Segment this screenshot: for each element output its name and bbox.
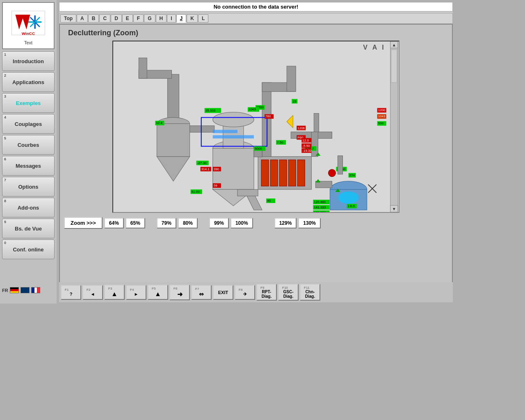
zoom-99[interactable]: 99% [209,218,229,228]
sidebar-item-introduction[interactable]: 1 Introduction [2,51,55,71]
tab-g[interactable]: G [144,14,155,23]
tab-l[interactable]: L [198,14,208,23]
svg-text:165.500: 165.500 [314,211,326,212]
nav-forward-button[interactable]: F6 ➜ [169,285,190,300]
sidebar-item-messages[interactable]: 6 Messages [2,156,55,176]
sidebar-item-applications[interactable]: 2 Applications [2,72,55,92]
logo-text-label: Text [24,40,32,45]
svg-rect-18 [287,66,296,91]
svg-rect-26 [270,160,278,186]
sidebar: WinCC Text 1 Introduction 2 Applications… [0,0,57,304]
svg-rect-28 [288,160,296,186]
tab-a[interactable]: A [77,14,88,23]
flag-british[interactable] [21,287,30,293]
nav-top-button[interactable]: F5 ▲ [148,285,168,300]
zoom-130[interactable]: 130% [298,218,321,228]
content-panel: Decluttering (Zoom) V A I [59,24,453,286]
tab-k[interactable]: K [187,14,198,23]
svg-rect-16 [262,82,271,156]
nav-next-button[interactable]: F4 ► [126,285,146,300]
svg-text:V A I: V A I [363,43,385,51]
nav-gsc-button[interactable]: F10 GSC-Diag. [278,284,299,301]
zoom-64[interactable]: 64% [104,218,124,228]
svg-rect-15 [139,58,147,78]
nav-rpt-button[interactable]: F9 RPT-Diag. [256,284,277,301]
tab-i[interactable]: I [167,14,176,23]
svg-point-33 [328,169,336,177]
tab-j[interactable]: J [176,14,187,23]
process-diagram: V A I [113,41,399,212]
svg-text:141.333: 141.333 [314,205,326,209]
svg-text:12.4: 12.4 [156,121,162,125]
nav-chn-button[interactable]: F11 Chn-Diag. [300,284,320,301]
nav-prev-button[interactable]: F2 ◄ [82,285,103,300]
svg-text:-19.32: -19.32 [302,149,312,153]
svg-text:120.600: 120.600 [314,200,326,204]
svg-text:5000: 5000 [255,147,262,151]
zoom-65[interactable]: 65% [126,218,145,228]
sidebar-item-options[interactable]: 7 Options [2,177,55,196]
tab-e[interactable]: E [122,14,133,23]
flag-german[interactable] [10,287,19,293]
svg-rect-29 [297,160,305,186]
svg-text:1043: 1043 [249,107,256,111]
status-bar: No connection to the data server! [59,2,453,11]
svg-text:1200: 1200 [378,108,386,112]
tab-c[interactable]: C [99,14,110,23]
sidebar-item-courbes[interactable]: 5 Courbes [2,135,55,155]
svg-text:1043: 1043 [378,114,386,118]
tab-h[interactable]: H [156,14,167,23]
main-content: No connection to the data server! Top A … [59,2,453,286]
nav-swap-button[interactable]: F7 ⇔ [191,285,212,300]
tab-f[interactable]: F [133,14,144,23]
svg-rect-114 [314,113,319,132]
svg-text:7.50: 7.50 [277,141,283,144]
nav-help-button[interactable]: F1 ? [61,285,81,300]
svg-rect-49 [213,130,237,133]
zoom-129[interactable]: 129% [274,218,297,228]
language-area: FR [2,287,40,293]
svg-rect-115 [338,156,342,174]
svg-point-23 [213,112,254,127]
svg-text:314.1: 314.1 [201,167,210,171]
zoom-80[interactable]: 80% [178,218,198,228]
flag-french[interactable] [31,287,40,293]
sidebar-item-confonline[interactable]: 0 Conf. online [2,240,55,259]
svg-rect-38 [311,132,318,157]
svg-rect-27 [279,160,287,186]
svg-text:-5.50: -5.50 [302,144,310,148]
tab-b[interactable]: B [88,14,99,23]
sidebar-item-couplages[interactable]: 4 Couplages [2,114,55,134]
svg-text:274: 274 [349,173,355,177]
svg-text:0.5: 0.5 [350,204,355,208]
svg-text:-27.30: -27.30 [197,161,207,165]
svg-text:51.00: 51.00 [192,190,200,194]
zoom-main-button[interactable]: Zoom >>> [64,217,103,229]
svg-text:500: 500 [378,121,384,125]
logo-area: WinCC Text [2,2,55,49]
page-title: Decluttering (Zoom) [68,29,448,37]
sidebar-item-addons[interactable]: 8 Add-ons [2,198,55,217]
nav-up-button[interactable]: F3 ▲ [104,285,125,300]
svg-text:12.0: 12.0 [302,139,309,142]
nav-exit-button[interactable]: EXIT [213,285,233,300]
tab-bar: Top A B C D E F G H I J K L [59,13,453,24]
svg-text:▼: ▼ [392,207,396,211]
svg-text:390: 390 [214,167,219,171]
zoom-100[interactable]: 100% [231,218,253,228]
svg-rect-12 [157,123,189,156]
sidebar-item-exemples[interactable]: 3 Exemples [2,93,55,113]
diagram-container: V A I [112,41,399,213]
svg-text:35.333: 35.333 [205,109,216,112]
svg-rect-35 [190,126,215,132]
sidebar-item-bsdevue[interactable]: 9 Bs. de Vue [2,219,55,238]
zoom-controls: Zoom >>> 64% 65% 79% 80% 99% 100% 129% 1… [64,217,448,229]
tab-d[interactable]: D [111,14,122,23]
bottom-nav: F1 ? F2 ◄ F3 ▲ F4 ► F5 ▲ F6 ➜ F7 ⇔ EXIT … [59,282,453,302]
nav-f8-button[interactable]: F8 ✈ [235,285,255,300]
tab-top[interactable]: Top [60,14,76,23]
zoom-79[interactable]: 79% [157,218,176,228]
svg-rect-41 [237,189,258,196]
svg-text:WinCC: WinCC [22,31,35,36]
svg-rect-36 [254,151,262,157]
